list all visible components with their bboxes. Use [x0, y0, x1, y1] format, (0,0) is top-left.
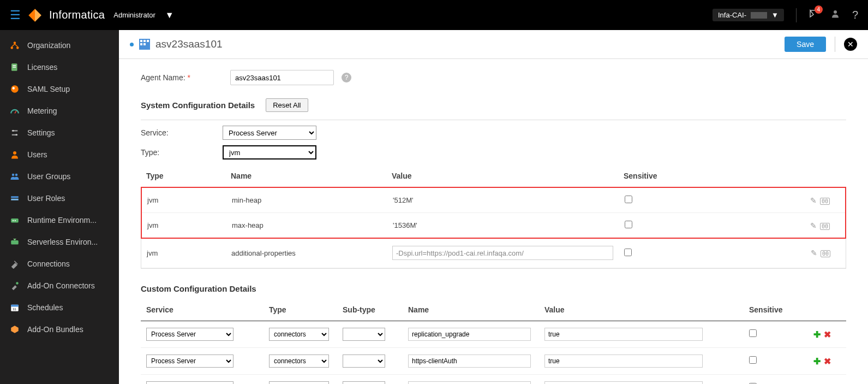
sensitive-checkbox[interactable]	[625, 221, 632, 228]
custom-type-select[interactable]: connectors	[269, 328, 329, 341]
sidebar-item-organization[interactable]: Organization	[0, 34, 119, 56]
sidebar-item-label: Add-On Bundles	[27, 325, 83, 334]
svg-point-10	[13, 87, 15, 90]
menu-icon[interactable]: ☰	[10, 8, 21, 22]
agent-name-label: Agent Name: *	[141, 73, 223, 82]
sidebar-item-user-roles[interactable]: User Roles	[0, 187, 119, 209]
type-select[interactable]: jvm	[223, 145, 316, 159]
addon-conn-icon	[10, 281, 20, 291]
edit-icon[interactable]: ✎	[810, 196, 817, 205]
sensitive-checkbox[interactable]	[625, 196, 632, 203]
svg-rect-25	[11, 305, 19, 307]
sidebar-item-settings[interactable]: Settings	[0, 122, 119, 144]
svg-point-16	[15, 174, 18, 176]
page-title: asv23saas101	[155, 38, 223, 50]
sidebar-item-saml[interactable]: SAML Setup	[0, 78, 119, 100]
agent-name-input[interactable]	[230, 70, 334, 85]
custom-name-input[interactable]	[408, 381, 531, 384]
sys-col-value: Value	[392, 172, 624, 180]
svg-point-14	[13, 151, 16, 155]
edit-icon[interactable]: ✎	[810, 221, 817, 230]
svg-point-20	[13, 220, 14, 221]
svg-point-15	[12, 174, 15, 176]
custom-subtype-select[interactable]	[343, 355, 385, 368]
custom-name-input[interactable]	[408, 328, 531, 341]
saml-icon	[10, 84, 20, 94]
delete-row-icon[interactable]: ✖	[824, 357, 831, 366]
custom-subtype-select[interactable]	[343, 328, 385, 341]
sys-col-type: Type	[146, 172, 231, 180]
svg-rect-32	[143, 43, 146, 45]
sys-col-sensitive: Sensitive	[624, 172, 741, 180]
sensitive-checkbox[interactable]	[624, 249, 632, 256]
custom-service-select[interactable]: Process Server	[146, 328, 234, 341]
chevron-down-icon[interactable]: ▼	[165, 10, 174, 20]
custom-name-input[interactable]	[408, 355, 531, 368]
sidebar-item-addon-bundles[interactable]: Add-On Bundles	[0, 318, 119, 340]
custom-service-select[interactable]: Process Server	[146, 381, 234, 384]
sidebar-item-label: User Roles	[27, 194, 65, 203]
custom-col-type: Type	[269, 305, 343, 314]
org-name-label: Infa-CAI-	[718, 11, 746, 19]
sidebar-item-metering[interactable]: Metering	[0, 100, 119, 122]
sidebar-item-label: Serverless Environ...	[27, 238, 98, 246]
reset-icon[interactable]: 00	[821, 250, 830, 257]
close-button[interactable]: ✕	[844, 38, 857, 51]
svg-rect-30	[147, 40, 149, 42]
serverless-icon	[10, 237, 20, 247]
sidebar-item-schedules[interactable]: 31Schedules	[0, 297, 119, 318]
reset-all-button[interactable]: Reset All	[266, 98, 308, 112]
bundle-icon	[10, 324, 20, 334]
app-name: Administrator	[113, 11, 155, 19]
sidebar-item-serverless-env[interactable]: Serverless Environ...	[0, 231, 119, 253]
reset-icon[interactable]: 00	[820, 198, 830, 205]
custom-subtype-select[interactable]	[343, 381, 385, 384]
user-icon[interactable]	[830, 9, 840, 21]
sensitive-checkbox[interactable]	[749, 356, 757, 364]
custom-type-select[interactable]: connectors	[269, 355, 329, 368]
calendar-icon: 31	[10, 303, 20, 312]
save-button[interactable]: Save	[785, 37, 826, 52]
help-icon[interactable]: ?	[852, 9, 858, 21]
meter-icon	[10, 106, 20, 116]
user-icon	[10, 150, 20, 159]
notifications-icon[interactable]: 4	[809, 9, 818, 21]
svg-rect-18	[11, 199, 19, 200]
reset-icon[interactable]: 00	[820, 223, 830, 230]
custom-value-input[interactable]	[544, 381, 703, 384]
org-selector[interactable]: Infa-CAI- ▼	[713, 9, 784, 21]
service-select[interactable]: Process Server	[223, 126, 316, 140]
svg-marker-1	[35, 9, 41, 21]
sidebar-item-connections[interactable]: Connections	[0, 253, 119, 275]
additional-props-input[interactable]	[392, 246, 613, 260]
svg-point-13	[16, 134, 17, 135]
sensitive-checkbox[interactable]	[749, 329, 757, 337]
sidebar-item-user-groups[interactable]: User Groups	[0, 166, 119, 187]
custom-value-input[interactable]	[544, 328, 703, 341]
sidebar-item-licenses[interactable]: Licenses	[0, 56, 119, 78]
custom-col-sensitive: Sensitive	[749, 305, 804, 314]
sidebar-item-users[interactable]: Users	[0, 144, 119, 166]
custom-service-select[interactable]: Process Server	[146, 355, 234, 368]
sidebar-item-addon-connectors[interactable]: Add-On Connectors	[0, 275, 119, 297]
connection-icon	[10, 259, 20, 269]
sidebar-item-label: Runtime Environm...	[27, 216, 97, 225]
add-row-icon[interactable]: ✚	[813, 330, 821, 339]
notification-count: 4	[815, 5, 823, 14]
svg-rect-31	[140, 43, 142, 45]
custom-col-subtype: Sub-type	[343, 305, 408, 314]
delete-row-icon[interactable]: ✖	[824, 330, 831, 339]
custom-row: Process Serverconnectors✚✖	[141, 321, 846, 348]
help-icon[interactable]: ?	[342, 73, 351, 82]
edit-icon[interactable]: ✎	[811, 249, 817, 257]
sys-row: jvm min-heap '512M' ✎00	[142, 188, 845, 213]
sys-config-title: System Configuration Details	[141, 101, 255, 110]
sidebar-item-label: SAML Setup	[27, 85, 70, 93]
custom-type-select[interactable]: server	[269, 381, 329, 384]
add-row-icon[interactable]: ✚	[813, 357, 821, 366]
svg-point-5	[16, 46, 19, 49]
custom-value-input[interactable]	[544, 355, 703, 368]
custom-row: Process Serverconnectors✚✖	[141, 348, 846, 375]
sidebar-item-runtime-env[interactable]: Runtime Environm...	[0, 209, 119, 231]
runtime-icon	[10, 215, 20, 225]
